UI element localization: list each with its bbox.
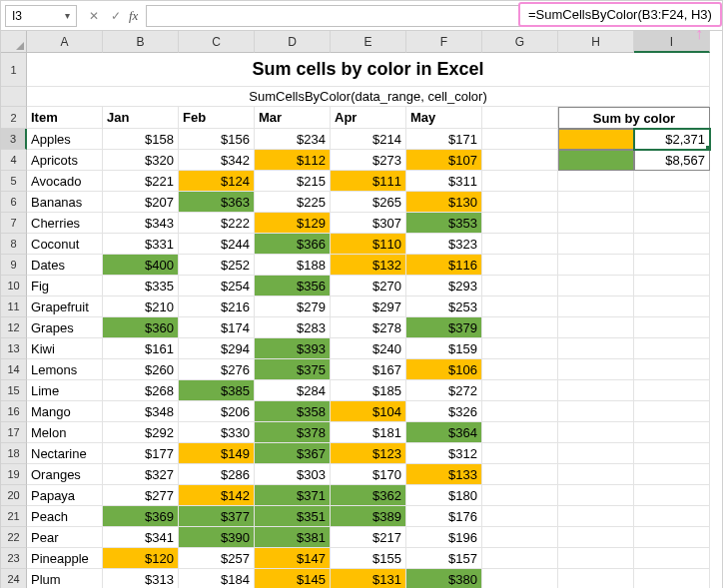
cell-value[interactable]: $360 bbox=[103, 317, 179, 338]
cell-item[interactable]: Avocado bbox=[27, 171, 103, 192]
cell-empty[interactable] bbox=[558, 317, 634, 338]
cell-empty[interactable] bbox=[634, 569, 710, 588]
cell-item[interactable]: Pear bbox=[27, 527, 103, 548]
cell-value[interactable]: $215 bbox=[255, 171, 331, 192]
cell-empty[interactable] bbox=[558, 192, 634, 213]
header-month[interactable]: Apr bbox=[331, 107, 406, 129]
cell-empty[interactable] bbox=[634, 548, 710, 569]
cell-value[interactable]: $380 bbox=[406, 569, 482, 588]
cell-value[interactable]: $253 bbox=[406, 296, 482, 317]
cell-value[interactable]: $254 bbox=[179, 276, 255, 296]
cell-value[interactable]: $379 bbox=[406, 317, 482, 338]
cell-empty[interactable] bbox=[482, 234, 558, 255]
sum-result[interactable]: $2,371 bbox=[634, 129, 710, 150]
cell-value[interactable]: $369 bbox=[103, 506, 179, 527]
cell-value[interactable]: $216 bbox=[179, 296, 255, 317]
cell-empty[interactable] bbox=[482, 506, 558, 527]
cell-value[interactable]: $156 bbox=[179, 129, 255, 150]
cell-value[interactable]: $351 bbox=[255, 506, 331, 527]
cell-item[interactable]: Lime bbox=[27, 380, 103, 401]
sum-color-swatch[interactable] bbox=[558, 150, 634, 171]
cell-item[interactable]: Apples bbox=[27, 129, 103, 150]
cell-value[interactable]: $185 bbox=[331, 380, 406, 401]
row-header[interactable]: 24 bbox=[1, 569, 27, 588]
cell-item[interactable]: Nectarine bbox=[27, 443, 103, 464]
cell-value[interactable]: $260 bbox=[103, 359, 179, 380]
cell-value[interactable]: $112 bbox=[255, 150, 331, 171]
chevron-down-icon[interactable]: ▾ bbox=[65, 10, 70, 21]
cell-item[interactable]: Papaya bbox=[27, 485, 103, 506]
cell-value[interactable]: $106 bbox=[406, 359, 482, 380]
cell-empty[interactable] bbox=[482, 129, 558, 150]
cell-item[interactable]: Lemons bbox=[27, 359, 103, 380]
cell-value[interactable]: $400 bbox=[103, 255, 179, 276]
cell-empty[interactable] bbox=[482, 422, 558, 443]
cell-empty[interactable] bbox=[634, 317, 710, 338]
cell-value[interactable]: $110 bbox=[331, 234, 406, 255]
cell-value[interactable]: $348 bbox=[103, 401, 179, 422]
cell-empty[interactable] bbox=[558, 485, 634, 506]
cell-item[interactable]: Apricots bbox=[27, 150, 103, 171]
row-header[interactable]: 8 bbox=[1, 234, 27, 255]
row-header[interactable]: 1 bbox=[1, 53, 27, 87]
cell-value[interactable]: $312 bbox=[406, 443, 482, 464]
cell-value[interactable]: $303 bbox=[255, 464, 331, 485]
cell-item[interactable]: Grapefruit bbox=[27, 296, 103, 317]
cell-value[interactable]: $276 bbox=[179, 359, 255, 380]
col-header[interactable]: C bbox=[179, 31, 255, 53]
cell-value[interactable]: $210 bbox=[103, 296, 179, 317]
cell-value[interactable]: $111 bbox=[331, 171, 406, 192]
header-month[interactable]: Feb bbox=[179, 107, 255, 129]
cell-value[interactable]: $371 bbox=[255, 485, 331, 506]
header-sum-by-color[interactable]: Sum by color bbox=[558, 107, 710, 129]
cell-empty[interactable] bbox=[558, 234, 634, 255]
header-item[interactable]: Item bbox=[27, 107, 103, 129]
cell-value[interactable]: $207 bbox=[103, 192, 179, 213]
cell-empty[interactable] bbox=[558, 527, 634, 548]
cell-value[interactable]: $284 bbox=[255, 380, 331, 401]
cell-empty[interactable] bbox=[482, 171, 558, 192]
cell-value[interactable]: $184 bbox=[179, 569, 255, 588]
row-header[interactable]: 21 bbox=[1, 506, 27, 527]
cell-value[interactable]: $131 bbox=[331, 569, 406, 588]
cell-value[interactable]: $277 bbox=[103, 485, 179, 506]
cell-value[interactable]: $272 bbox=[406, 380, 482, 401]
cell-value[interactable]: $343 bbox=[103, 213, 179, 234]
cell-empty[interactable] bbox=[634, 506, 710, 527]
header-month[interactable]: May bbox=[406, 107, 482, 129]
col-header[interactable]: A bbox=[27, 31, 103, 53]
cell-empty[interactable] bbox=[482, 569, 558, 588]
cell-empty[interactable] bbox=[634, 255, 710, 276]
cell-value[interactable]: $159 bbox=[406, 338, 482, 359]
cell-empty[interactable] bbox=[558, 296, 634, 317]
cell-value[interactable]: $366 bbox=[255, 234, 331, 255]
col-header[interactable]: B bbox=[103, 31, 179, 53]
cell-value[interactable]: $170 bbox=[331, 464, 406, 485]
cell-value[interactable]: $375 bbox=[255, 359, 331, 380]
cell-value[interactable]: $240 bbox=[331, 338, 406, 359]
cell-empty[interactable] bbox=[558, 380, 634, 401]
cell-value[interactable]: $283 bbox=[255, 317, 331, 338]
cell-value[interactable]: $252 bbox=[179, 255, 255, 276]
cell-empty[interactable] bbox=[558, 464, 634, 485]
row-header[interactable]: 19 bbox=[1, 464, 27, 485]
cell-empty[interactable] bbox=[634, 485, 710, 506]
cell-item[interactable]: Cherries bbox=[27, 213, 103, 234]
cell-item[interactable]: Kiwi bbox=[27, 338, 103, 359]
cell-item[interactable]: Pineapple bbox=[27, 548, 103, 569]
cell-value[interactable]: $116 bbox=[406, 255, 482, 276]
cell-empty[interactable] bbox=[558, 171, 634, 192]
cell-value[interactable]: $222 bbox=[179, 213, 255, 234]
cell-value[interactable]: $331 bbox=[103, 234, 179, 255]
cell-empty[interactable] bbox=[482, 443, 558, 464]
cell-empty[interactable] bbox=[482, 192, 558, 213]
cell-value[interactable]: $335 bbox=[103, 276, 179, 296]
cell-value[interactable]: $286 bbox=[179, 464, 255, 485]
cell-value[interactable]: $161 bbox=[103, 338, 179, 359]
cell-value[interactable]: $320 bbox=[103, 150, 179, 171]
cell-empty[interactable] bbox=[634, 171, 710, 192]
cell-value[interactable]: $142 bbox=[179, 485, 255, 506]
cell-value[interactable]: $181 bbox=[331, 422, 406, 443]
cell-value[interactable]: $311 bbox=[406, 171, 482, 192]
row-header[interactable]: 9 bbox=[1, 255, 27, 276]
